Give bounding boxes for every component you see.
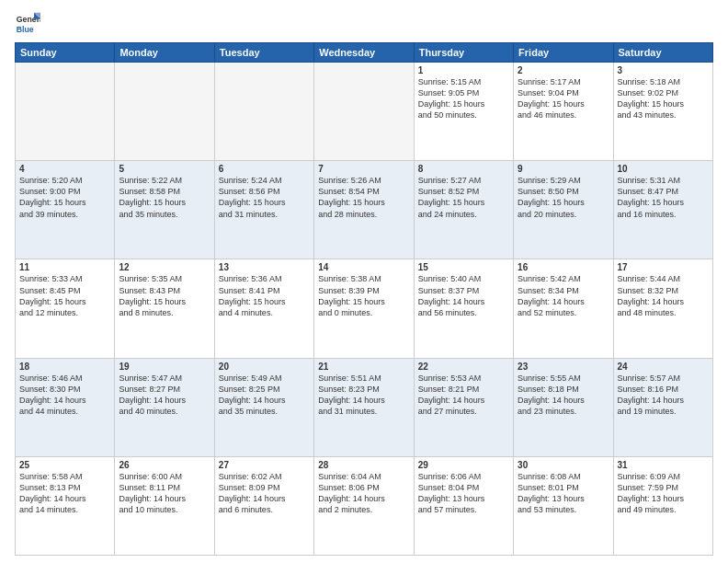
- calendar-cell: 24Sunrise: 5:57 AM Sunset: 8:16 PM Dayli…: [613, 358, 712, 456]
- col-header-thursday: Thursday: [414, 43, 513, 63]
- day-info: Sunrise: 5:27 AM Sunset: 8:52 PM Dayligh…: [418, 175, 509, 220]
- day-info: Sunrise: 6:09 AM Sunset: 7:59 PM Dayligh…: [618, 471, 709, 516]
- day-number: 19: [119, 362, 210, 372]
- calendar-cell: [115, 63, 214, 161]
- day-info: Sunrise: 5:15 AM Sunset: 9:05 PM Dayligh…: [418, 76, 509, 121]
- col-header-monday: Monday: [115, 43, 214, 63]
- week-row-3: 11Sunrise: 5:33 AM Sunset: 8:45 PM Dayli…: [16, 259, 713, 358]
- calendar-cell: 14Sunrise: 5:38 AM Sunset: 8:39 PM Dayli…: [314, 259, 414, 358]
- week-row-2: 4Sunrise: 5:20 AM Sunset: 9:00 PM Daylig…: [16, 161, 713, 259]
- day-info: Sunrise: 5:31 AM Sunset: 8:47 PM Dayligh…: [618, 175, 709, 220]
- col-header-sunday: Sunday: [16, 43, 115, 63]
- calendar-cell: 28Sunrise: 6:04 AM Sunset: 8:06 PM Dayli…: [314, 456, 414, 555]
- day-number: 16: [518, 262, 609, 272]
- day-number: 10: [618, 164, 709, 174]
- week-row-1: 1Sunrise: 5:15 AM Sunset: 9:05 PM Daylig…: [16, 63, 713, 161]
- day-info: Sunrise: 5:29 AM Sunset: 8:50 PM Dayligh…: [518, 175, 609, 220]
- week-row-5: 25Sunrise: 5:58 AM Sunset: 8:13 PM Dayli…: [16, 456, 713, 555]
- day-info: Sunrise: 6:06 AM Sunset: 8:04 PM Dayligh…: [418, 471, 509, 516]
- day-info: Sunrise: 5:49 AM Sunset: 8:25 PM Dayligh…: [219, 373, 310, 418]
- calendar-cell: 20Sunrise: 5:49 AM Sunset: 8:25 PM Dayli…: [214, 358, 313, 456]
- calendar-cell: 18Sunrise: 5:46 AM Sunset: 8:30 PM Dayli…: [16, 358, 115, 456]
- day-info: Sunrise: 6:04 AM Sunset: 8:06 PM Dayligh…: [318, 471, 409, 516]
- day-number: 30: [518, 460, 609, 470]
- day-info: Sunrise: 5:22 AM Sunset: 8:58 PM Dayligh…: [119, 175, 210, 220]
- day-info: Sunrise: 5:18 AM Sunset: 9:02 PM Dayligh…: [618, 76, 709, 121]
- day-number: 7: [318, 164, 409, 174]
- day-number: 9: [518, 164, 609, 174]
- logo: General Blue: [15, 11, 44, 37]
- calendar-cell: 27Sunrise: 6:02 AM Sunset: 8:09 PM Dayli…: [214, 456, 313, 555]
- day-number: 12: [119, 262, 210, 272]
- calendar-cell: 4Sunrise: 5:20 AM Sunset: 9:00 PM Daylig…: [16, 161, 115, 259]
- day-number: 14: [318, 262, 409, 272]
- day-info: Sunrise: 5:55 AM Sunset: 8:18 PM Dayligh…: [518, 373, 609, 418]
- day-info: Sunrise: 5:36 AM Sunset: 8:41 PM Dayligh…: [219, 273, 310, 318]
- day-number: 26: [119, 460, 210, 470]
- day-info: Sunrise: 5:51 AM Sunset: 8:23 PM Dayligh…: [318, 373, 409, 418]
- calendar-cell: 19Sunrise: 5:47 AM Sunset: 8:27 PM Dayli…: [115, 358, 214, 456]
- col-header-friday: Friday: [514, 43, 613, 63]
- day-number: 29: [418, 460, 509, 470]
- day-info: Sunrise: 5:40 AM Sunset: 8:37 PM Dayligh…: [418, 273, 509, 318]
- calendar-cell: 11Sunrise: 5:33 AM Sunset: 8:45 PM Dayli…: [16, 259, 115, 358]
- calendar-cell: 22Sunrise: 5:53 AM Sunset: 8:21 PM Dayli…: [414, 358, 513, 456]
- calendar-cell: 15Sunrise: 5:40 AM Sunset: 8:37 PM Dayli…: [414, 259, 513, 358]
- svg-text:Blue: Blue: [17, 25, 34, 34]
- day-number: 4: [19, 164, 110, 174]
- day-info: Sunrise: 5:17 AM Sunset: 9:04 PM Dayligh…: [518, 76, 609, 121]
- day-number: 1: [418, 65, 509, 75]
- calendar-cell: 16Sunrise: 5:42 AM Sunset: 8:34 PM Dayli…: [514, 259, 613, 358]
- calendar-cell: 23Sunrise: 5:55 AM Sunset: 8:18 PM Dayli…: [514, 358, 613, 456]
- header-row: SundayMondayTuesdayWednesdayThursdayFrid…: [16, 43, 713, 63]
- calendar-cell: 3Sunrise: 5:18 AM Sunset: 9:02 PM Daylig…: [613, 63, 712, 161]
- calendar-cell: 6Sunrise: 5:24 AM Sunset: 8:56 PM Daylig…: [214, 161, 313, 259]
- day-info: Sunrise: 6:00 AM Sunset: 8:11 PM Dayligh…: [119, 471, 210, 516]
- calendar-cell: 1Sunrise: 5:15 AM Sunset: 9:05 PM Daylig…: [414, 63, 513, 161]
- day-info: Sunrise: 5:20 AM Sunset: 9:00 PM Dayligh…: [19, 175, 110, 220]
- day-number: 2: [518, 65, 609, 75]
- day-number: 17: [618, 262, 709, 272]
- calendar-cell: 10Sunrise: 5:31 AM Sunset: 8:47 PM Dayli…: [613, 161, 712, 259]
- day-info: Sunrise: 5:53 AM Sunset: 8:21 PM Dayligh…: [418, 373, 509, 418]
- day-number: 3: [618, 65, 709, 75]
- calendar-cell: 9Sunrise: 5:29 AM Sunset: 8:50 PM Daylig…: [514, 161, 613, 259]
- calendar-cell: 30Sunrise: 6:08 AM Sunset: 8:01 PM Dayli…: [514, 456, 613, 555]
- day-number: 23: [518, 362, 609, 372]
- calendar-cell: 25Sunrise: 5:58 AM Sunset: 8:13 PM Dayli…: [16, 456, 115, 555]
- day-number: 31: [618, 460, 709, 470]
- day-number: 27: [219, 460, 310, 470]
- logo-icon: General Blue: [15, 11, 40, 37]
- calendar-table: SundayMondayTuesdayWednesdayThursdayFrid…: [15, 42, 713, 556]
- day-number: 5: [119, 164, 210, 174]
- day-info: Sunrise: 5:24 AM Sunset: 8:56 PM Dayligh…: [219, 175, 310, 220]
- calendar-cell: 31Sunrise: 6:09 AM Sunset: 7:59 PM Dayli…: [613, 456, 712, 555]
- day-info: Sunrise: 5:33 AM Sunset: 8:45 PM Dayligh…: [19, 273, 110, 318]
- day-info: Sunrise: 5:58 AM Sunset: 8:13 PM Dayligh…: [19, 471, 110, 516]
- day-info: Sunrise: 5:57 AM Sunset: 8:16 PM Dayligh…: [618, 373, 709, 418]
- calendar-cell: 17Sunrise: 5:44 AM Sunset: 8:32 PM Dayli…: [613, 259, 712, 358]
- col-header-tuesday: Tuesday: [214, 43, 313, 63]
- calendar-cell: 2Sunrise: 5:17 AM Sunset: 9:04 PM Daylig…: [514, 63, 613, 161]
- day-number: 24: [618, 362, 709, 372]
- calendar-cell: 12Sunrise: 5:35 AM Sunset: 8:43 PM Dayli…: [115, 259, 214, 358]
- calendar-cell: 21Sunrise: 5:51 AM Sunset: 8:23 PM Dayli…: [314, 358, 414, 456]
- day-number: 11: [19, 262, 110, 272]
- day-number: 28: [318, 460, 409, 470]
- day-info: Sunrise: 5:42 AM Sunset: 8:34 PM Dayligh…: [518, 273, 609, 318]
- day-number: 13: [219, 262, 310, 272]
- day-info: Sunrise: 5:26 AM Sunset: 8:54 PM Dayligh…: [318, 175, 409, 220]
- week-row-4: 18Sunrise: 5:46 AM Sunset: 8:30 PM Dayli…: [16, 358, 713, 456]
- day-number: 6: [219, 164, 310, 174]
- day-number: 21: [318, 362, 409, 372]
- calendar-cell: 8Sunrise: 5:27 AM Sunset: 8:52 PM Daylig…: [414, 161, 513, 259]
- calendar-cell: 26Sunrise: 6:00 AM Sunset: 8:11 PM Dayli…: [115, 456, 214, 555]
- day-info: Sunrise: 5:46 AM Sunset: 8:30 PM Dayligh…: [19, 373, 110, 418]
- calendar-cell: 13Sunrise: 5:36 AM Sunset: 8:41 PM Dayli…: [214, 259, 313, 358]
- day-number: 18: [19, 362, 110, 372]
- day-info: Sunrise: 6:02 AM Sunset: 8:09 PM Dayligh…: [219, 471, 310, 516]
- col-header-saturday: Saturday: [613, 43, 712, 63]
- page-header: General Blue: [15, 11, 713, 37]
- calendar-cell: 5Sunrise: 5:22 AM Sunset: 8:58 PM Daylig…: [115, 161, 214, 259]
- calendar-cell: 29Sunrise: 6:06 AM Sunset: 8:04 PM Dayli…: [414, 456, 513, 555]
